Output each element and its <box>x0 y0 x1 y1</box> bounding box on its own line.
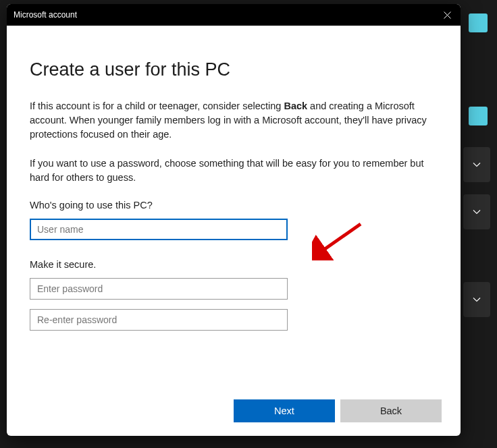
background-expand-button[interactable] <box>463 194 490 229</box>
background-expand-button[interactable] <box>463 282 490 317</box>
close-icon <box>444 11 451 19</box>
intro-paragraph-1: If this account is for a child or teenag… <box>30 99 438 142</box>
background-expand-button[interactable] <box>463 147 490 182</box>
chevron-down-icon <box>473 161 481 169</box>
modal-window: Microsoft account Create a user for this… <box>7 4 461 436</box>
page-heading: Create a user for this PC <box>30 59 438 80</box>
chevron-down-icon <box>473 208 481 216</box>
dialog-footer: Next Back <box>7 386 461 436</box>
next-button[interactable]: Next <box>234 399 335 422</box>
background-tile <box>469 13 488 32</box>
password-section-label: Make it secure. <box>30 259 438 270</box>
close-button[interactable] <box>434 4 461 26</box>
background-tile <box>469 107 488 125</box>
password-confirm-input[interactable] <box>30 309 288 331</box>
back-button[interactable]: Back <box>340 399 442 422</box>
text-segment: If this account is for a child or teenag… <box>30 101 284 111</box>
window-title: Microsoft account <box>14 10 434 20</box>
title-bar: Microsoft account <box>7 4 461 26</box>
intro-paragraph-2: If you want to use a password, choose so… <box>30 157 438 185</box>
username-label: Who's going to use this PC? <box>30 200 438 211</box>
password-input[interactable] <box>30 278 288 300</box>
chevron-down-icon <box>473 296 481 304</box>
username-input[interactable] <box>30 219 288 240</box>
text-bold: Back <box>284 101 307 111</box>
dialog-content: Create a user for this PC If this accoun… <box>7 26 461 386</box>
